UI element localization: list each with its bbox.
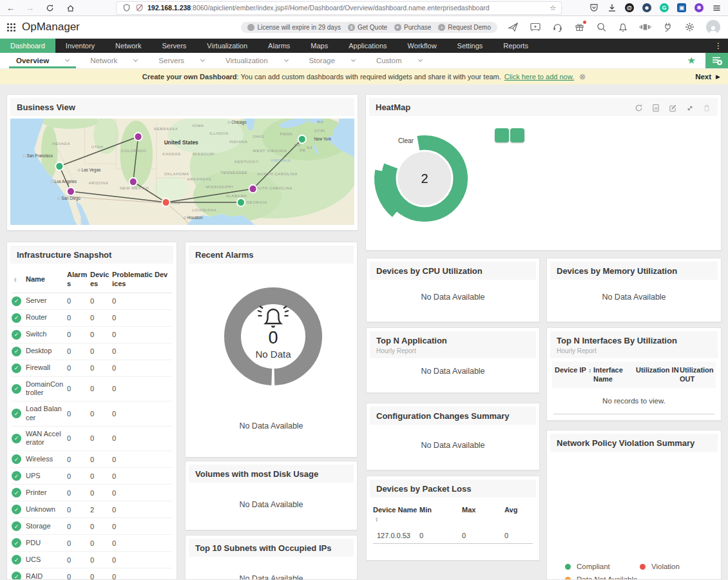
app-logo[interactable]: OpManager (22, 21, 80, 34)
cell-category-name[interactable]: UPS (26, 472, 67, 481)
cell-category-name[interactable]: Server (26, 296, 67, 305)
tab-maps[interactable]: Maps (300, 39, 338, 53)
video-tour-icon[interactable] (530, 22, 541, 32)
col-problematic[interactable]: Problematic Devices (112, 271, 172, 289)
cell-category-name[interactable]: WAN Accelerator (26, 430, 67, 448)
tab-network[interactable]: Network (105, 39, 151, 53)
chevron-down-icon[interactable] (284, 57, 289, 62)
rewards-gift-icon[interactable] (574, 22, 585, 32)
tab-inventory[interactable]: Inventory (55, 39, 105, 53)
carousel-icon[interactable] (639, 22, 651, 32)
extension-purple-icon[interactable]: ✱ (694, 3, 704, 12)
chevron-down-icon[interactable] (351, 57, 356, 62)
tab-virtualization[interactable]: Virtualization (196, 39, 258, 53)
notifications-bell-icon[interactable] (618, 22, 628, 32)
table-row[interactable]: ✓UCS000 (12, 552, 172, 568)
subtab-virtualization[interactable]: Virtualization (218, 53, 295, 68)
chevron-down-icon[interactable] (417, 57, 422, 62)
cell-category-name[interactable]: PDU (26, 539, 67, 548)
extension-blue-icon[interactable]: ▣ (677, 3, 686, 12)
col-interface-name[interactable]: Interface Name (593, 365, 636, 384)
heatmap-gauge[interactable]: 2 Clear (370, 124, 479, 236)
chevron-down-icon[interactable] (65, 57, 70, 62)
table-row[interactable]: ✓Load Balancer000 (12, 401, 172, 427)
subtab-custom[interactable]: Custom (369, 53, 429, 68)
table-row[interactable]: ✓RAID000 (12, 568, 172, 580)
col-util-out[interactable]: Utilization OUT (680, 365, 714, 384)
subtab-overview[interactable]: Overview (9, 53, 76, 68)
report-icon[interactable] (652, 103, 660, 115)
map-node-new-york[interactable] (298, 135, 306, 143)
cell-category-name[interactable]: Wireless (26, 455, 67, 464)
cell-device[interactable]: 127.0.0.53 (373, 532, 419, 539)
table-row[interactable]: ✓PDU000 (12, 535, 172, 552)
support-headset-icon[interactable] (552, 22, 563, 32)
tab-reports[interactable]: Reports (493, 39, 539, 53)
pocket-icon[interactable] (589, 3, 599, 13)
table-row[interactable]: ✓Firewall000 (12, 360, 172, 377)
table-row[interactable]: ✓Storage000 (12, 518, 172, 535)
resize-icon[interactable] (686, 103, 694, 115)
col-util-in[interactable]: Utilization IN (636, 365, 680, 384)
subtab-storage[interactable]: Storage (302, 53, 362, 68)
col-avg[interactable]: Avg (504, 505, 533, 514)
table-row[interactable]: 127.0.0.53 0 0 0 (373, 528, 533, 544)
table-row[interactable]: ✓Router000 (12, 310, 172, 327)
addons-plug-icon[interactable] (662, 22, 673, 32)
tab-alarms[interactable]: Alarms (258, 39, 300, 53)
banner-add-link[interactable]: Click here to add now. (504, 73, 574, 81)
heatmap-cell[interactable] (495, 128, 509, 142)
menu-hamburger-icon[interactable] (712, 3, 722, 13)
table-row[interactable]: ✓WAN Accelerator000 (12, 427, 172, 452)
table-row[interactable]: ✓Wireless000 (12, 451, 172, 468)
app-icon-black[interactable]: @ (625, 3, 634, 12)
map-node-alabama-ga[interactable] (249, 185, 256, 193)
cell-category-name[interactable]: Load Balancer (26, 405, 67, 423)
chevron-down-icon[interactable] (133, 57, 138, 62)
sort-icon[interactable]: ▲▼ (14, 277, 26, 282)
refresh-icon[interactable] (635, 103, 643, 115)
grammarly-icon[interactable]: G (660, 3, 669, 12)
legend-item[interactable]: Compliant (565, 563, 640, 570)
legend-item[interactable]: Violation (640, 563, 714, 570)
cell-category-name[interactable]: Printer (26, 488, 67, 498)
browser-back-icon[interactable]: ← (6, 3, 15, 13)
user-avatar[interactable] (706, 20, 720, 34)
chevron-down-icon[interactable] (200, 57, 205, 62)
pill-request-demo[interactable]: ▪Request Demo (438, 24, 491, 31)
favorite-star-icon[interactable]: ★ (678, 53, 705, 68)
tab-dashboard[interactable]: Dashboard (0, 39, 55, 53)
tracking-blocked-icon[interactable] (135, 3, 144, 13)
download-icon[interactable] (607, 3, 617, 13)
map-node-san-diego[interactable] (67, 188, 75, 195)
heatmap-cell[interactable] (510, 128, 524, 142)
tab-settings[interactable]: Settings (447, 39, 493, 53)
nav-overflow-kebab-icon[interactable]: ⋮ (709, 39, 728, 53)
subtab-servers[interactable]: Servers (151, 53, 211, 68)
cell-category-name[interactable]: UCS (26, 556, 67, 565)
col-alarms[interactable]: Alarms (67, 271, 90, 289)
cell-category-name[interactable]: Switch (26, 330, 67, 339)
col-device-name[interactable]: Device Name▲▼ (373, 505, 419, 524)
pill-get-quote[interactable]: $Get Quote (348, 24, 387, 31)
settings-gear-icon[interactable] (684, 22, 695, 32)
subtab-network[interactable]: Network (83, 53, 144, 68)
map-node-texas[interactable] (162, 198, 170, 206)
legend-item[interactable]: Data Not Available (565, 575, 640, 580)
cell-category-name[interactable]: Desktop (26, 347, 67, 356)
cell-category-name[interactable]: DomainController (26, 380, 67, 398)
col-max[interactable]: Max (462, 505, 504, 514)
apps-grid-icon[interactable] (6, 23, 16, 32)
tab-servers[interactable]: Servers (151, 39, 196, 53)
map-node-georgia[interactable] (237, 198, 245, 206)
table-row[interactable]: ✓Printer000 (12, 485, 172, 501)
table-row[interactable]: ✓Server000 (12, 293, 172, 310)
cell-category-name[interactable]: Firewall (26, 363, 67, 372)
cell-category-name[interactable]: Storage (26, 522, 67, 531)
map-node-california[interactable] (55, 162, 63, 170)
search-icon[interactable] (596, 22, 607, 32)
tab-applications[interactable]: Applications (338, 39, 397, 53)
browser-home-icon[interactable] (66, 3, 75, 13)
add-widget-button[interactable] (705, 53, 728, 68)
cell-category-name[interactable]: RAID (26, 572, 67, 580)
